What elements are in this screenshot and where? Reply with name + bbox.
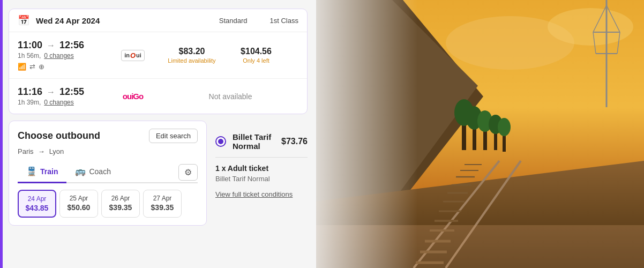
coach-tab-icon: 🚌	[75, 166, 86, 176]
time-range-1: 11:00 → 12:56	[18, 40, 103, 51]
date-label: Wed 24 Apr 2024	[36, 16, 213, 25]
price-avail-1: Limited availability	[162, 57, 221, 64]
first-class-label: 1st Class	[270, 17, 298, 25]
standard-price-1[interactable]: $83.20 Limited availability	[162, 47, 221, 64]
radio-dot	[218, 139, 223, 144]
route-from: Paris	[18, 147, 34, 155]
radio-button[interactable]	[215, 136, 226, 147]
date-price-2: $39.35	[109, 203, 132, 212]
train-row-1[interactable]: 11:00 → 12:56 1h 56m, 0 changes 📶 ⇄ ⊕ in…	[9, 32, 307, 79]
wifi-icon: 📶	[18, 63, 26, 71]
date-btn-0[interactable]: 24 Apr $43.85	[18, 190, 56, 218]
transport-tabs: 🚆 Train 🚌 Coach ⚙	[18, 162, 198, 183]
bottom-section: Choose outbound Edit search Paris → Lyon…	[9, 121, 308, 226]
coach-tab-label: Coach	[89, 167, 110, 176]
time-info-2: 11:16 → 12:55 1h 39m, 0 changes	[18, 86, 103, 106]
train-tab-label: Train	[40, 167, 58, 176]
route-to: Lyon	[49, 147, 64, 155]
ticket-adult: 1 x Adult ticket	[215, 164, 308, 173]
tab-train[interactable]: 🚆 Train	[18, 162, 66, 183]
ticket-panel: Billet Tarif Normal $73.76 1 x Adult tic…	[215, 121, 308, 204]
tab-coach[interactable]: 🚌 Coach	[66, 162, 119, 183]
ouigo-logo: ouiGo	[123, 92, 143, 101]
edit-search-button[interactable]: Edit search	[149, 129, 198, 143]
date-btn-1[interactable]: 25 Apr $50.60	[59, 190, 98, 218]
background-image	[296, 0, 644, 268]
time-range-2: 11:16 → 12:55	[18, 86, 103, 98]
ticket-price: $73.76	[281, 137, 308, 146]
results-card: 📅 Wed 24 Apr 2024 Standard 1st Class 11:…	[9, 9, 308, 114]
ticket-type: Billet Tarif Normal	[215, 175, 308, 183]
filter-button[interactable]: ⚙	[178, 164, 198, 181]
svg-rect-36	[296, 0, 644, 268]
route-label: Paris → Lyon	[18, 147, 198, 155]
arrive-time-2: 12:55	[59, 86, 84, 98]
ticket-option[interactable]: Billet Tarif Normal $73.76	[215, 126, 308, 158]
changes-2[interactable]: 0 changes	[44, 99, 73, 106]
depart-time-1: 11:00	[18, 40, 42, 51]
ticket-detail: 1 x Adult ticket Billet Tarif Normal Vie…	[215, 164, 308, 199]
choose-card: Choose outbound Edit search Paris → Lyon…	[9, 121, 207, 226]
filter-icon: ⊕	[39, 63, 44, 71]
operator-logo-1: inOui	[109, 50, 157, 61]
first-avail-1: Only 4 left	[227, 57, 286, 64]
date-day-1: 25 Apr	[70, 195, 88, 202]
date-selector: 24 Apr $43.85 25 Apr $50.60 26 Apr $39.3…	[18, 190, 198, 218]
duration-1: 1h 56m, 0 changes	[18, 52, 103, 59]
conditions-link[interactable]: View full ticket conditions	[215, 190, 293, 198]
ticket-name: Billet Tarif Normal	[233, 132, 275, 151]
choose-header: Choose outbound Edit search	[18, 129, 198, 143]
purple-accent	[0, 0, 3, 268]
standard-class-label: Standard	[219, 17, 248, 25]
amenities-1: 📶 ⇄ ⊕	[18, 63, 103, 71]
results-header: 📅 Wed 24 Apr 2024 Standard 1st Class	[9, 9, 307, 32]
date-btn-3[interactable]: 27 Apr $39.35	[143, 190, 182, 218]
changes-1[interactable]: 0 changes	[44, 52, 73, 59]
arrow-1: →	[47, 41, 55, 50]
choose-title: Choose outbound	[18, 130, 100, 142]
date-price-0: $43.85	[26, 204, 49, 212]
first-amount-1: $104.56	[227, 47, 286, 56]
duration-2: 1h 39m, 0 changes	[18, 99, 103, 106]
arrow-2: →	[47, 87, 55, 97]
arrive-time-1: 12:56	[59, 40, 84, 51]
date-day-3: 27 Apr	[153, 195, 172, 202]
route-arrow: →	[38, 147, 45, 155]
date-day-0: 24 Apr	[28, 195, 47, 203]
first-price-1[interactable]: $104.56 Only 4 left	[227, 47, 286, 64]
calendar-icon: 📅	[18, 14, 29, 26]
date-btn-2[interactable]: 26 Apr $39.35	[101, 190, 140, 218]
exchange-icon: ⇄	[29, 63, 35, 71]
train-row-2[interactable]: 11:16 → 12:55 1h 39m, 0 changes ouiGo No…	[9, 79, 307, 114]
date-day-2: 26 Apr	[111, 195, 130, 202]
date-price-3: $39.35	[151, 203, 174, 212]
date-price-1: $50.60	[68, 203, 91, 212]
operator-logo-2: ouiGo	[109, 92, 157, 101]
left-panel: 📅 Wed 24 Apr 2024 Standard 1st Class 11:…	[0, 0, 316, 268]
time-info-1: 11:00 → 12:56 1h 56m, 0 changes 📶 ⇄ ⊕	[18, 40, 103, 71]
depart-time-2: 11:16	[18, 86, 42, 98]
price-amount-1: $83.20	[162, 47, 221, 56]
inoui-logo: inOui	[121, 50, 145, 61]
train-tab-icon: 🚆	[26, 166, 37, 176]
not-available-2: Not available	[162, 92, 298, 101]
